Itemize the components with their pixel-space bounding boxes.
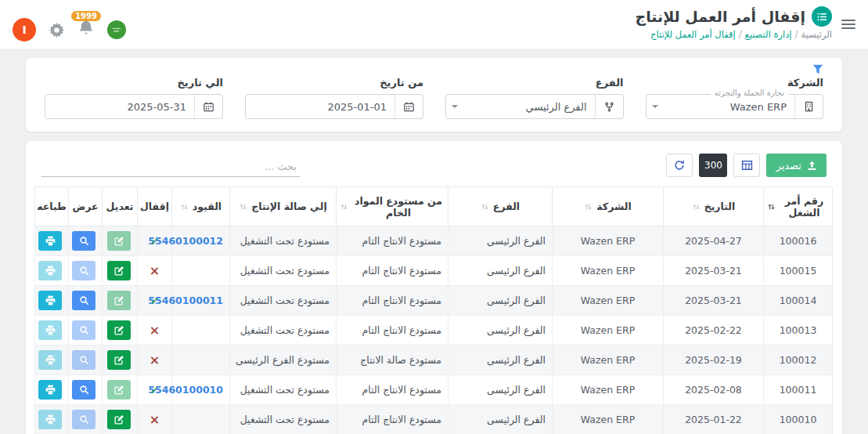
cell-closed-status: × [138,345,172,375]
cell-order-no: 100011 [764,375,833,405]
breadcrumb-item[interactable]: إقفال أمر العمل للإنتاج [650,29,736,40]
column-header-company[interactable]: الشركة [553,187,664,226]
search-input[interactable] [41,157,300,177]
x-icon: × [149,353,160,367]
cell-date: 2025-03-21 [664,286,764,316]
edit-button[interactable] [107,320,131,340]
print-button[interactable] [38,410,62,429]
column-label: عرض [72,201,98,212]
view-button[interactable] [72,350,95,370]
sort-icon [481,202,489,212]
column-header-date[interactable]: التاريخ [664,187,764,226]
language-flag-icon[interactable] [107,20,126,39]
print-button[interactable] [38,231,62,251]
print-button[interactable] [38,261,62,280]
cell-view [69,375,103,405]
cell-company: Wazen ERP [553,405,664,434]
from-date-group [245,94,423,119]
table-row: 1000132025-02-22Wazen ERPالفرع الرئيسىمس… [35,316,833,345]
company-label: الشركة [646,77,824,89]
view-button[interactable] [72,380,95,400]
view-button[interactable] [72,231,95,251]
from-date-input[interactable] [246,101,394,113]
cell-date: 2025-02-19 [664,345,764,375]
edit-button[interactable] [107,380,131,400]
entry-link[interactable]: 55460100012 [148,235,223,247]
cell-company: Wazen ERP [553,226,664,256]
column-header-from_wh[interactable]: من مستودع المواد الخام [337,187,448,226]
cell-date: 2025-03-21 [664,256,764,286]
print-button[interactable] [38,320,62,340]
company-filter: الشركة تجارة الجملة والتجزئة Wazen ERP [646,77,824,119]
columns-toggle-button[interactable] [733,154,760,177]
cell-branch: الفرع الرئيسى [448,286,553,316]
cell-view [69,226,103,256]
edit-button[interactable] [107,231,131,251]
x-icon: × [149,263,160,278]
cell-entry: 55460100012 [172,226,230,256]
breadcrumb-item[interactable]: الرئيسية [801,29,832,40]
cell-from-warehouse: مستودع الانتاج التام [337,375,448,405]
breadcrumb-item[interactable]: إدارة التصنيع [745,29,792,40]
edit-button[interactable] [107,291,131,310]
page-size-button[interactable]: 300 [699,154,727,177]
sort-icon [340,202,348,212]
menu-toggle-icon[interactable] [841,17,855,49]
to-date-group [45,94,223,119]
cell-branch: الفرع الرئيسى [448,256,553,286]
company-select[interactable]: تجارة الجملة والتجزئة Wazen ERP [646,94,824,119]
cell-print [35,405,69,434]
work-orders-table: رقم أمر الشغلالتاريخالشركةالفرعمن مستودع… [34,186,833,434]
cell-entry [172,316,230,345]
column-header-to_hall[interactable]: إلي صالة الإنتاج [230,187,337,226]
print-button[interactable] [38,350,62,370]
cell-entry: 55460100011 [172,286,230,316]
entry-link[interactable]: 55460100011 [148,295,223,306]
branch-select[interactable]: الفرع الرئيسي [445,94,624,119]
to-date-label: الي تاريخ [45,77,223,89]
print-button[interactable] [38,380,62,400]
view-button[interactable] [72,291,95,310]
sort-icon [767,202,776,212]
to-date-input[interactable] [45,101,194,113]
cell-branch: الفرع الرئيسى [448,405,553,434]
cell-print [35,256,69,286]
sort-icon [692,202,701,212]
branch-value: الفرع الرئيسي [463,101,595,113]
export-button[interactable]: تصدير [766,154,827,177]
column-header-branch[interactable]: الفرع [448,187,553,226]
edit-button[interactable] [107,261,131,280]
view-button[interactable] [72,410,95,429]
calendar-icon[interactable] [394,95,423,118]
notifications-bell-icon[interactable]: 1999 [77,20,95,40]
cell-company: Wazen ERP [553,345,664,375]
cell-branch: الفرع الرئيسى [448,226,553,256]
edit-button[interactable] [107,350,131,370]
cell-view [69,316,103,345]
title-block: إقفال أمر العمل للإنتاج الرئيسية/إدارة ا… [635,6,832,49]
print-button[interactable] [38,291,62,310]
filter-funnel-icon[interactable] [45,64,823,75]
column-header-entry[interactable]: القيود [172,187,230,226]
cell-view [69,286,103,316]
settings-gear-icon[interactable] [49,22,65,38]
column-label: الفرع [493,201,520,212]
column-header-edit: تعديل [103,187,138,226]
cell-date: 2025-04-27 [664,226,764,256]
cell-from-warehouse: مستودع صالة الانتاج [337,345,448,375]
cell-edit [103,405,138,434]
edit-button[interactable] [107,410,131,429]
cell-order-no: 100013 [764,316,833,345]
column-header-view: عرض [69,187,103,226]
column-header-closed: إقفال [138,187,172,226]
column-label: القيود [193,201,222,212]
calendar-icon[interactable] [194,95,222,118]
cell-to-hall: مستودع تحت التشغيل [230,316,337,345]
view-button[interactable] [72,261,95,280]
user-avatar[interactable]: I [13,18,36,42]
cell-print [35,375,69,405]
view-button[interactable] [72,320,95,340]
column-header-order_no[interactable]: رقم أمر الشغل [764,187,833,226]
entry-link[interactable]: 55460100010 [148,384,223,396]
refresh-button[interactable] [666,154,693,177]
